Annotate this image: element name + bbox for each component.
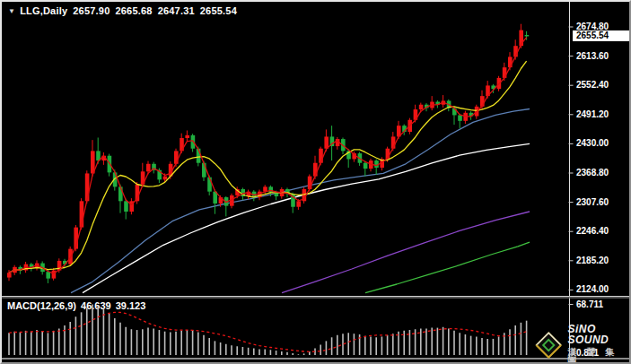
ma-line-fast-yellow	[9, 61, 527, 273]
candle-body	[185, 135, 189, 138]
price-axis-label: 2430.00	[576, 138, 609, 148]
ma-line-xxlong-green	[365, 242, 530, 293]
sinosound-watermark: SiNO SOUND 漢 聲 集 團	[535, 324, 629, 364]
candle-body	[46, 272, 50, 278]
chart-canvas[interactable]	[2, 2, 629, 362]
candle-body	[364, 163, 368, 169]
current-price-box: 2655.54	[573, 30, 630, 41]
candle-body	[296, 201, 301, 206]
candle-body	[324, 136, 329, 148]
slow-ma-layer	[71, 109, 530, 293]
fast-ma-layer	[9, 38, 527, 273]
candle-body	[525, 35, 530, 37]
macd-layer	[9, 305, 527, 355]
candle-body	[52, 271, 57, 279]
price-axis-label: 2246.40	[576, 226, 609, 236]
sinosound-logo-icon	[535, 329, 562, 361]
price-axis-label: 2613.60	[576, 51, 609, 61]
chart-header: ▼LLG,Daily2657.902665.682647.312655.54	[8, 5, 237, 16]
price-axis-label: 2368.80	[576, 168, 609, 178]
candle-body	[118, 186, 123, 201]
low-value: 2647.31	[158, 5, 195, 16]
candle-body	[419, 105, 424, 109]
collapse-icon[interactable]: ▼	[8, 7, 15, 15]
candle-body	[163, 177, 168, 180]
price-axis-label: 2124.00	[576, 284, 609, 294]
price-axis-label: 2552.40	[576, 80, 609, 90]
watermark-cn-text: 漢 聲 集 團	[567, 348, 629, 364]
chart-window: ▼LLG,Daily2657.902665.682647.312655.54 2…	[0, 0, 631, 364]
macd-axis-max-label: 68.711	[576, 299, 603, 309]
ma-line-fast-red	[9, 38, 527, 273]
watermark-brand-text: SiNO SOUND	[567, 324, 629, 345]
price-axis-label: 2185.20	[576, 256, 609, 265]
chart-frame	[2, 2, 629, 359]
ma-line-xlong-purple	[282, 212, 530, 293]
price-axis-label: 2307.60	[576, 197, 609, 207]
symbol-period-label: LLG,Daily	[20, 5, 67, 16]
candle-body	[7, 273, 12, 277]
candle-body	[268, 186, 273, 192]
close-value: 2655.54	[200, 5, 237, 16]
candle-body	[458, 115, 462, 120]
candle-body	[124, 201, 128, 212]
candle-body	[146, 164, 151, 172]
high-value: 2665.68	[115, 5, 152, 16]
price-axis-label: 2491.20	[576, 109, 609, 119]
open-value: 2657.90	[73, 5, 110, 16]
